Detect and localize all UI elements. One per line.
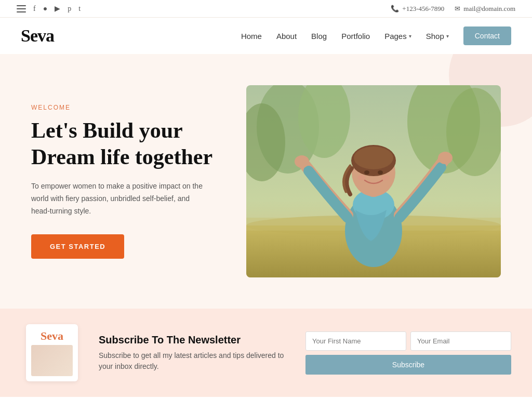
hero-section: Welcome Let's Build your Dream life toge… bbox=[0, 54, 532, 309]
email-info: ✉ mail@domain.com bbox=[455, 5, 515, 13]
subscribe-section: Seva Subscribe To The Newsletter Subscri… bbox=[0, 309, 532, 397]
nav-home[interactable]: Home bbox=[241, 32, 262, 41]
subscribe-button[interactable]: Subscribe bbox=[305, 355, 511, 375]
shop-dropdown-arrow: ▾ bbox=[446, 33, 449, 39]
subscribe-logo-image bbox=[31, 345, 73, 376]
hero-description: To empower women to make a positive impa… bbox=[31, 180, 208, 217]
hero-welcome-label: Welcome bbox=[31, 104, 246, 111]
facebook-icon[interactable]: f bbox=[33, 5, 36, 13]
phone-number: +123-456-7890 bbox=[402, 5, 444, 13]
nav-shop[interactable]: Shop ▾ bbox=[426, 32, 449, 41]
instagram-icon[interactable]: ● bbox=[43, 5, 47, 13]
phone-info: 📞 +123-456-7890 bbox=[391, 5, 444, 13]
subscribe-description: Subscribe to get all my latest articles … bbox=[99, 350, 290, 372]
hero-content: Welcome Let's Build your Dream life toge… bbox=[31, 104, 246, 258]
email-address: mail@domain.com bbox=[463, 5, 515, 13]
phone-icon: 📞 bbox=[391, 5, 399, 13]
svg-point-16 bbox=[378, 170, 383, 175]
subscribe-logo-card: Seva bbox=[26, 324, 78, 381]
hero-image-wrapper bbox=[246, 85, 501, 277]
hero-image bbox=[246, 85, 501, 277]
top-bar: f ● ▶ p t 📞 +123-456-7890 ✉ mail@domain.… bbox=[0, 0, 532, 18]
svg-point-19 bbox=[295, 155, 309, 168]
svg-point-20 bbox=[438, 152, 453, 164]
youtube-icon[interactable]: ▶ bbox=[55, 4, 60, 13]
svg-point-15 bbox=[364, 170, 369, 175]
nav-blog[interactable]: Blog bbox=[311, 32, 327, 41]
subscribe-logo: Seva bbox=[41, 329, 63, 343]
subscribe-logo-wrap: Seva bbox=[21, 324, 83, 381]
svg-point-18 bbox=[381, 175, 390, 180]
pinterest-icon[interactable]: p bbox=[68, 5, 71, 13]
pages-dropdown-arrow: ▾ bbox=[409, 33, 411, 39]
svg-point-14 bbox=[354, 147, 393, 169]
svg-point-4 bbox=[446, 88, 501, 176]
hamburger-icon[interactable] bbox=[17, 5, 26, 12]
subscribe-name-input[interactable] bbox=[305, 331, 406, 351]
get-started-button[interactable]: GET STARTED bbox=[31, 234, 124, 259]
twitter-icon[interactable]: t bbox=[78, 5, 81, 13]
nav-pages[interactable]: Pages ▾ bbox=[384, 32, 411, 41]
main-nav: Seva Home About Blog Portfolio Pages ▾ S… bbox=[0, 18, 532, 54]
subscribe-form: Subscribe bbox=[305, 331, 511, 375]
svg-point-17 bbox=[357, 175, 366, 180]
subscribe-inputs-row bbox=[305, 331, 511, 351]
subscribe-content: Subscribe To The Newsletter Subscribe to… bbox=[99, 334, 290, 372]
top-bar-social: f ● ▶ p t bbox=[17, 4, 81, 13]
nav-about[interactable]: About bbox=[276, 32, 297, 41]
subscribe-title: Subscribe To The Newsletter bbox=[99, 334, 290, 346]
hero-title: Let's Build your Dream life together bbox=[31, 117, 246, 170]
email-icon: ✉ bbox=[455, 5, 460, 13]
site-logo[interactable]: Seva bbox=[21, 26, 54, 46]
contact-button[interactable]: Contact bbox=[463, 26, 511, 45]
top-bar-contact: 📞 +123-456-7890 ✉ mail@domain.com bbox=[391, 5, 515, 13]
subscribe-email-input[interactable] bbox=[410, 331, 511, 351]
nav-portfolio[interactable]: Portfolio bbox=[341, 32, 370, 41]
nav-links: Home About Blog Portfolio Pages ▾ Shop ▾… bbox=[241, 26, 511, 45]
